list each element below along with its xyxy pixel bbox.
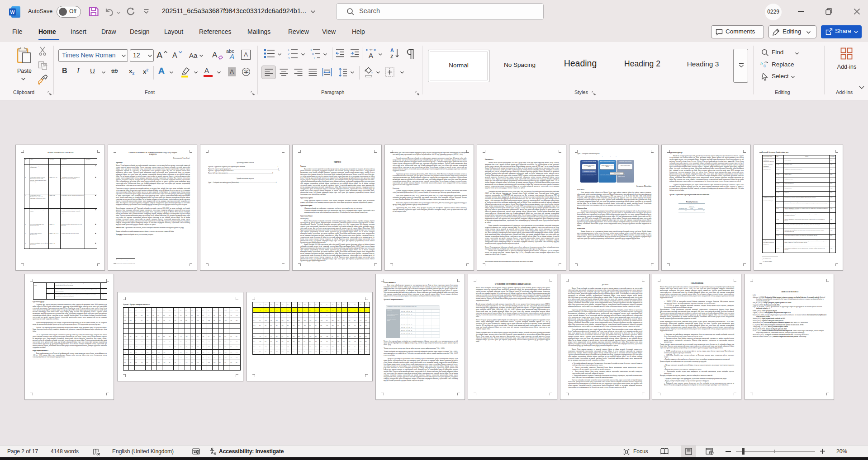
svg-text:Z: Z [390,54,394,59]
svg-text:A: A [390,47,394,53]
svg-text:c: c [764,63,766,68]
svg-text:a: a [312,52,314,56]
svg-text:字: 字 [244,69,249,75]
svg-text:W: W [10,9,15,15]
svg-text:A: A [369,52,373,59]
svg-text:1: 1 [310,48,312,52]
svg-text:2: 2 [288,52,289,56]
svg-text:1: 1 [288,48,289,52]
svg-text:b: b [760,61,763,66]
svg-text:i: i [314,56,314,60]
svg-text:3: 3 [288,56,289,60]
